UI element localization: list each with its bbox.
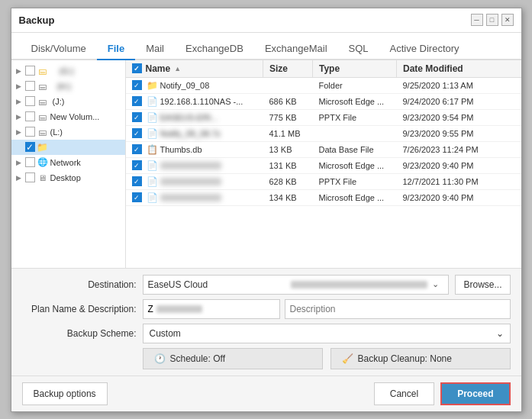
scheme-label: Backup Scheme: bbox=[22, 328, 137, 339]
expand-icon-nv: ▶ bbox=[15, 112, 24, 121]
tree-label-j: (J:) bbox=[50, 97, 65, 106]
tab-file[interactable]: File bbox=[97, 38, 135, 60]
table-row: ✓ 📄 192.168.1.110NAS -... 686 KB Microso… bbox=[126, 93, 521, 109]
row-checkbox[interactable]: ✓ bbox=[132, 112, 142, 122]
file-modified-cell: 9/24/2020 6:17 PM bbox=[397, 93, 521, 109]
destination-field[interactable]: EaseUS Cloud ⌄ bbox=[143, 275, 450, 295]
doc-icon: 📄 bbox=[147, 112, 158, 123]
scheme-dropdown-icon: ⌄ bbox=[496, 328, 504, 339]
file-size-cell: 13 KB bbox=[263, 141, 313, 157]
file-name-cell: ✓ 📄 bbox=[126, 189, 263, 205]
title-bar: Backup ─ □ ✕ bbox=[11, 8, 521, 33]
file-size-cell: 775 KB bbox=[263, 109, 313, 125]
tab-exchangemail[interactable]: ExchangeMail bbox=[254, 38, 338, 60]
row-checkbox[interactable]: ✓ bbox=[132, 144, 142, 154]
checkbox-h[interactable] bbox=[25, 81, 35, 91]
row-checkbox[interactable]: ✓ bbox=[132, 96, 142, 106]
checkbox-nv[interactable] bbox=[25, 111, 35, 121]
header-checkbox[interactable]: ✓ bbox=[132, 63, 142, 73]
tree-item-l[interactable]: ▶ 🖴 (L:) bbox=[11, 124, 125, 140]
file-name-cell: ✓ 📄 bbox=[126, 157, 263, 173]
tree-item-j[interactable]: ▶ 🖴 (J:) bbox=[11, 94, 125, 109]
checkbox-l[interactable] bbox=[25, 127, 35, 137]
tab-exchangedb[interactable]: ExchangeDB bbox=[175, 38, 254, 60]
col-size-header[interactable]: Size bbox=[263, 60, 313, 78]
restore-button[interactable]: □ bbox=[486, 14, 498, 26]
plan-name-field[interactable]: Z bbox=[143, 299, 280, 319]
file-modified-cell: 9/23/2020 9:55 PM bbox=[397, 125, 521, 141]
tree-label-h: (H:) bbox=[50, 82, 72, 91]
drive-icon-l: 🖴 bbox=[37, 127, 48, 137]
cancel-button[interactable]: Cancel bbox=[374, 382, 434, 405]
expand-icon-sel bbox=[15, 143, 24, 152]
sort-asc-icon: ▲ bbox=[174, 65, 181, 73]
destination-blurred bbox=[291, 281, 427, 288]
checkbox-j[interactable] bbox=[25, 96, 35, 106]
proceed-button[interactable]: Proceed bbox=[440, 382, 510, 405]
tabs-bar: Disk/Volume File Mail ExchangeDB Exchang… bbox=[11, 33, 521, 60]
tree-item-network[interactable]: ▶ 🌐 Network bbox=[11, 155, 125, 170]
drive-icon-nv: 🖴 bbox=[37, 111, 48, 122]
destination-value: EaseUS Cloud bbox=[148, 279, 285, 290]
window-controls: ─ □ ✕ bbox=[471, 14, 514, 26]
file-name-cell: ✓ 📋 Thumbs.db bbox=[126, 141, 263, 157]
backup-options-button[interactable]: Backup options bbox=[22, 382, 108, 405]
bottom-form: Destination: EaseUS Cloud ⌄ Browse... Pl… bbox=[11, 268, 521, 375]
restore-icon: □ bbox=[490, 16, 494, 24]
checkbox-net[interactable] bbox=[25, 157, 35, 167]
desktop-icon: 🖥 bbox=[37, 172, 48, 183]
plan-label: Plan Name & Description: bbox=[22, 304, 137, 314]
checkbox-desk[interactable] bbox=[25, 172, 35, 182]
file-name-cell: ✓ 📄 192.168.1.110NAS -... bbox=[126, 93, 263, 109]
close-button[interactable]: ✕ bbox=[501, 14, 514, 26]
row-checkbox[interactable]: ✓ bbox=[132, 80, 142, 90]
scheme-dropdown[interactable]: Custom ⌄ bbox=[143, 324, 511, 343]
file-table-scroll[interactable]: ✓ Name ▲ Size Type bbox=[126, 60, 521, 268]
tab-mail[interactable]: Mail bbox=[135, 38, 175, 60]
row-checkbox[interactable]: ✓ bbox=[132, 192, 142, 202]
blurred-name bbox=[160, 194, 221, 201]
cleanup-button[interactable]: 🧹 Backup Cleanup: None bbox=[330, 348, 511, 369]
file-type-cell: Microsoft Edge ... bbox=[313, 189, 397, 205]
file-type-cell: Data Base File bbox=[313, 141, 397, 157]
tab-sql[interactable]: SQL bbox=[338, 38, 379, 60]
row-checkbox[interactable]: ✓ bbox=[132, 176, 142, 186]
tree-item-g[interactable]: ▶ 🖴 (G:) bbox=[11, 63, 125, 79]
tree-item-newvol[interactable]: ▶ 🖴 New Volum... bbox=[11, 109, 125, 124]
tree-item-desktop[interactable]: ▶ 🖥 Desktop bbox=[11, 170, 125, 185]
footer-buttons: Cancel Proceed bbox=[374, 382, 511, 405]
col-modified-header[interactable]: Date Modified bbox=[397, 60, 521, 78]
clock-icon: 🕐 bbox=[154, 353, 166, 364]
file-name-cell: ✓ 📁 Notify_09_08 bbox=[126, 77, 263, 93]
row-checkbox[interactable]: ✓ bbox=[132, 160, 142, 170]
tree-item-h[interactable]: ▶ 🖴 (H:) bbox=[11, 79, 125, 94]
col-type-header[interactable]: Type bbox=[313, 60, 397, 78]
tab-activedir[interactable]: Active Directory bbox=[379, 38, 470, 60]
drive-icon-h: 🖴 bbox=[37, 81, 48, 92]
minimize-button[interactable]: ─ bbox=[471, 14, 483, 26]
table-row: ✓ 📄 EASEUS-ERI... 775 KB PPTX File 9/23/… bbox=[126, 109, 521, 125]
doc-icon: 📄 bbox=[147, 192, 158, 203]
tree-item-selected[interactable]: ✓ 📁 bbox=[11, 140, 125, 155]
schedule-button[interactable]: 🕐 Schedule: Off bbox=[143, 348, 323, 369]
file-type-cell: Folder bbox=[313, 77, 397, 93]
checkbox-g[interactable] bbox=[25, 66, 35, 76]
footer: Backup options Cancel Proceed bbox=[11, 375, 521, 411]
file-size-cell: 41.1 MB bbox=[263, 125, 313, 141]
expand-icon-net: ▶ bbox=[15, 158, 24, 167]
file-tree: ▶ 🖴 (G:) ▶ 🖴 (H:) ▶ 🖴 (J:) ▶ 🖴 bbox=[11, 60, 126, 268]
tab-disk[interactable]: Disk/Volume bbox=[21, 38, 97, 60]
table-row: ✓ 📄 131 KB Microsoft Edge ... 9/23/2020 … bbox=[126, 157, 521, 173]
table-header-row: ✓ Name ▲ Size Type bbox=[126, 60, 521, 78]
table-row: ✓ 📄 Notify_09_08.7z 41.1 MB 9/23/2020 9:… bbox=[126, 125, 521, 141]
row-checkbox[interactable]: ✓ bbox=[132, 128, 142, 138]
tree-label-nv: New Volum... bbox=[50, 112, 100, 121]
blurred-name bbox=[160, 178, 221, 185]
description-input[interactable] bbox=[285, 299, 511, 319]
checkbox-sel[interactable]: ✓ bbox=[25, 142, 35, 152]
table-row: ✓ 📋 Thumbs.db 13 KB Data Base File 7/26/… bbox=[126, 141, 521, 157]
browse-button[interactable]: Browse... bbox=[455, 275, 510, 295]
col-name-header[interactable]: ✓ Name ▲ bbox=[126, 60, 263, 78]
destination-dropdown-icon[interactable]: ⌄ bbox=[427, 276, 444, 293]
expand-icon-l: ▶ bbox=[15, 127, 24, 137]
